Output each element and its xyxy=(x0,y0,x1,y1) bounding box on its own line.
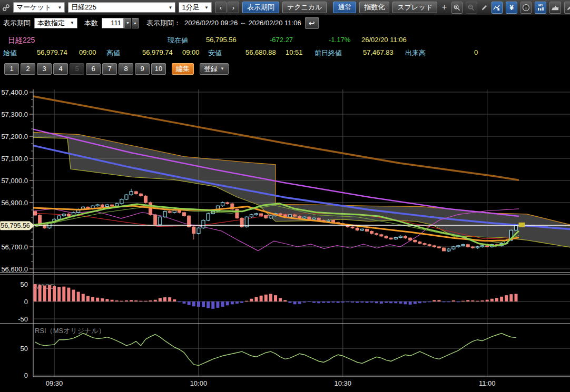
chevron-down-icon: ▼ xyxy=(55,5,62,10)
edit-button[interactable]: 編集 xyxy=(172,63,194,75)
macd-bar xyxy=(515,294,518,301)
macd-bar xyxy=(216,301,219,308)
chevron-down-icon: ▼ xyxy=(220,66,224,71)
candle-up xyxy=(288,215,291,217)
page-tab-6[interactable]: 6 xyxy=(86,63,101,75)
chevron-down-icon: ▼ xyxy=(166,5,173,10)
macd-bar xyxy=(471,300,474,301)
macd-bar xyxy=(125,300,128,301)
plus-icon[interactable]: + xyxy=(440,2,448,13)
prev-close-value: 57,467.83 xyxy=(363,48,394,56)
macd-bar xyxy=(67,288,70,301)
macd-bar xyxy=(360,301,363,303)
count-input[interactable]: 111 xyxy=(102,18,124,28)
period-toolbar: 表示期間 本数指定 ▼ 本数 111 ▼ ▲ 表示期間： 2026/02/20 … xyxy=(0,15,570,31)
page-tab-9[interactable]: 9 xyxy=(135,63,150,75)
macd-bar xyxy=(389,301,392,303)
symbol-select[interactable]: 日経225 ▼ xyxy=(68,2,175,13)
technical-button[interactable]: テクニカル xyxy=(282,2,327,13)
normal-mode-button[interactable]: 通常 xyxy=(333,2,356,13)
info-icon[interactable]: i xyxy=(520,2,532,14)
candle-down xyxy=(154,215,157,225)
zoom-out-icon[interactable] xyxy=(466,2,477,14)
macd-bar xyxy=(178,301,181,302)
page-tab-2[interactable]: 2 xyxy=(21,63,35,75)
candle-down xyxy=(308,217,311,219)
candle-up xyxy=(476,247,479,248)
open-label: 始値 xyxy=(3,48,17,58)
macd-bar xyxy=(111,300,114,301)
macd-bar xyxy=(447,301,450,302)
display-period-button[interactable]: 表示期間 xyxy=(242,2,279,13)
zoom-in-icon[interactable] xyxy=(451,2,463,14)
macd-bar xyxy=(423,301,426,303)
candle-up xyxy=(269,216,272,218)
chart-cursor-icon[interactable] xyxy=(492,2,503,14)
macd-bar xyxy=(173,299,176,301)
link-icon[interactable] xyxy=(2,2,10,13)
market-select[interactable]: マーケット ▼ xyxy=(13,2,65,13)
macd-bar xyxy=(433,300,436,301)
macd-bar xyxy=(192,301,195,306)
candle-down xyxy=(385,236,388,238)
candle-down xyxy=(428,245,431,246)
macd-bar xyxy=(62,287,65,301)
edge-tool-icon[interactable] xyxy=(564,2,570,14)
candle-up xyxy=(125,195,128,199)
x-axis-label: 10:00 xyxy=(190,379,208,387)
macd-bar xyxy=(461,301,465,301)
macd-bar xyxy=(149,300,152,301)
svg-text:MY: MY xyxy=(538,4,543,7)
my-chart-icon[interactable]: MY xyxy=(535,2,546,14)
trading-app-window: { "toolbar": { "market_select": "マーケット",… xyxy=(0,0,570,392)
candle-down xyxy=(414,240,417,242)
price-chart[interactable]: 57,400.057,300.057,200.057,100.057,000.0… xyxy=(0,76,570,392)
page-tab-4[interactable]: 4 xyxy=(53,63,68,75)
area-chart-icon[interactable] xyxy=(549,2,561,14)
chart-area[interactable]: 57,400.057,300.057,200.057,100.057,000.0… xyxy=(0,76,570,392)
candle-down xyxy=(279,214,282,215)
spread-mode-button[interactable]: スプレッド xyxy=(392,2,437,13)
prev-button[interactable]: ‹ xyxy=(215,2,227,13)
candle-down xyxy=(351,227,354,228)
page-tab-8[interactable]: 8 xyxy=(119,63,133,75)
candle-up xyxy=(254,214,258,215)
candle-down xyxy=(178,210,181,213)
pencil-icon[interactable] xyxy=(480,2,488,13)
current-price-tag-text: 56,795.56 xyxy=(1,222,30,229)
interval-select[interactable]: 1分足 ▼ xyxy=(179,2,211,13)
x-axis-label: 10:30 xyxy=(335,379,352,387)
page-tab-7[interactable]: 7 xyxy=(102,63,117,75)
y-axis-label: 57,300.0 xyxy=(1,110,28,118)
macd-bar xyxy=(317,301,320,303)
page-tab-1[interactable]: 1 xyxy=(4,63,19,75)
main-toolbar: マーケット ▼ 日経225 ▼ 1分足 ▼ ‹ › 表示期間 テクニカル 通常 … xyxy=(0,0,570,15)
macd-bar xyxy=(385,301,388,303)
macd-bar xyxy=(130,300,133,301)
symbol-name: 日経225 xyxy=(8,36,35,45)
candle-down xyxy=(149,203,152,215)
macd-bar xyxy=(443,301,446,302)
count-spin-up[interactable]: ▲ xyxy=(132,18,139,28)
page-tab-5[interactable]: 5 xyxy=(70,63,84,75)
reload-icon[interactable]: ↩ xyxy=(305,17,319,29)
candle-down xyxy=(188,216,191,227)
next-button[interactable]: › xyxy=(228,2,239,13)
count-mode-select[interactable]: 本数指定 ▼ xyxy=(34,18,77,28)
macd-bar xyxy=(418,301,421,303)
macd-bar xyxy=(490,299,494,301)
register-button[interactable]: 登録▼ xyxy=(200,63,229,75)
page-tab-10[interactable]: 10 xyxy=(151,63,166,75)
candle-up xyxy=(130,192,133,195)
rsi-tick-label: 50 xyxy=(21,345,28,353)
volume-value: 0 xyxy=(474,48,478,56)
page-tab-3[interactable]: 3 xyxy=(37,63,52,75)
macd-bar xyxy=(380,301,383,304)
macd-bar xyxy=(250,299,253,301)
count-spin-down[interactable]: ▼ xyxy=(124,18,131,28)
chevron-down-icon: ▼ xyxy=(68,21,74,25)
yen-icon[interactable]: ¥ xyxy=(506,2,517,14)
volume-label: 出来高 xyxy=(405,48,426,58)
indexed-mode-button[interactable]: 指数化 xyxy=(359,2,389,13)
candle-up xyxy=(399,236,402,238)
